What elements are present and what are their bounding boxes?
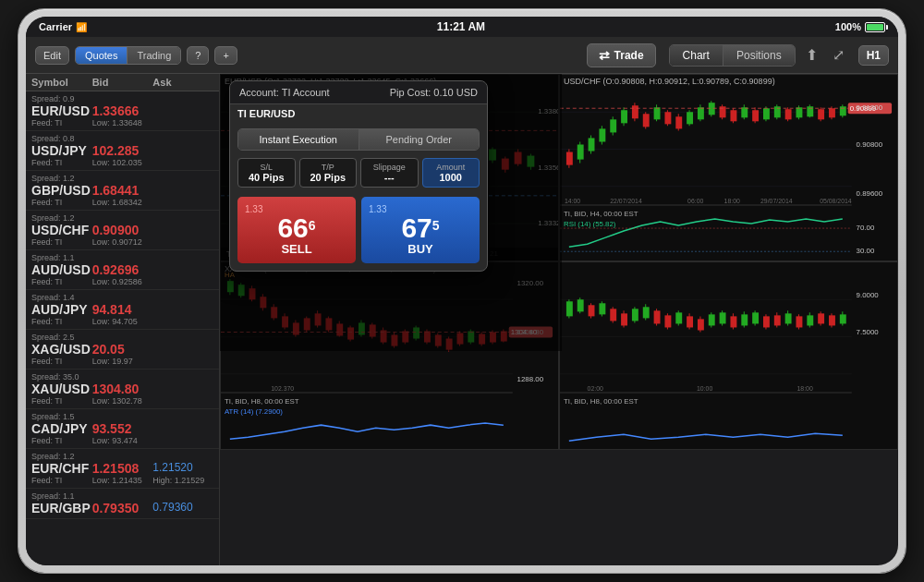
- svg-rect-185: [468, 332, 474, 343]
- low-label: Low: 1.68342: [92, 198, 153, 207]
- col-bid: Bid: [92, 77, 153, 88]
- svg-rect-161: [336, 324, 343, 336]
- list-item[interactable]: Spread: 1.2 EUR/CHF 1.21508 1.21520 Feed…: [26, 449, 219, 489]
- svg-rect-78: [632, 105, 638, 118]
- ipad-screen: Carrier 📶 11:21 AM 100% Edit Quotes Trad…: [26, 17, 898, 565]
- chart-positions-segment: Chart Positions: [669, 44, 796, 67]
- svg-rect-234: [720, 313, 726, 324]
- svg-rect-226: [675, 313, 682, 324]
- svg-rect-157: [315, 314, 322, 326]
- feed-label: Feed: TI: [31, 277, 92, 286]
- svg-rect-114: [829, 108, 835, 117]
- add-button[interactable]: +: [214, 46, 237, 65]
- svg-rect-177: [424, 332, 431, 343]
- col-ask: Ask: [152, 77, 213, 88]
- edit-button[interactable]: Edit: [35, 46, 69, 65]
- svg-text:0.91200: 0.91200: [857, 103, 883, 112]
- list-item[interactable]: Spread: 1.1 EUR/GBP 0.79350 0.79360: [26, 489, 219, 519]
- chart-title-usdchf: USD/CHF (O:0.90808, H:0.90912, L:0.90789…: [564, 77, 775, 86]
- toolbar: Edit Quotes Trading ? + ⇄ Trade Chart Po…: [26, 37, 898, 74]
- carrier-label: Carrier: [39, 21, 72, 32]
- svg-rect-214: [610, 309, 616, 321]
- feed-label: Feed: TI: [31, 198, 92, 207]
- svg-text:02:00: 02:00: [588, 385, 603, 392]
- bottom-right-chart-svg: TI, BID, H8, 00:00 EST 9.0000 7.5000 02:…: [560, 262, 897, 448]
- low-label: Low: 1.33648: [92, 118, 153, 127]
- spread-label: Spread: 1.1: [31, 253, 213, 262]
- svg-text:1.33320: 1.33320: [538, 219, 558, 227]
- timeframe-button[interactable]: H1: [858, 45, 889, 66]
- list-item[interactable]: Spread: 0.9 EUR/USD 1.33666 Feed: TI Low…: [26, 91, 219, 131]
- svg-rect-84: [664, 112, 671, 124]
- list-item[interactable]: Spread: 0.8 USD/JPY 102.285 Feed: TI Low…: [26, 131, 219, 171]
- ask-price: 1.21520: [152, 461, 213, 474]
- symbol-label: USD/JPY: [31, 143, 92, 158]
- spread-label: Spread: 1.2: [31, 174, 213, 183]
- fullscreen-button[interactable]: ⤢: [828, 44, 849, 66]
- svg-rect-149: [271, 308, 277, 319]
- instant-execution-btn[interactable]: Instant Execution: [238, 129, 359, 150]
- high-label: High: 1.21529: [152, 476, 213, 485]
- svg-rect-141: [227, 281, 234, 292]
- feed-label: Feed: TI: [31, 357, 92, 366]
- positions-tab[interactable]: Positions: [723, 45, 795, 66]
- svg-rect-248: [796, 317, 803, 328]
- list-item[interactable]: Spread: 1.2 GBP/USD 1.68441 Feed: TI Low…: [26, 171, 219, 211]
- list-item[interactable]: Spread: 1.4 AUD/JPY 94.814 Feed: TI Low:…: [26, 290, 219, 330]
- buy-button[interactable]: 1.33 67 5 BUY: [361, 197, 480, 263]
- trading-tab[interactable]: Trading: [128, 47, 180, 64]
- bid-price: 94.814: [92, 302, 153, 317]
- trade-fields: S/L 40 Pips T/P 20 Pips Slippage --- Amo…: [230, 154, 487, 191]
- list-item[interactable]: Spread: 35.0 XAU/USD 1304.80 Feed: TI Lo…: [26, 370, 219, 409]
- svg-rect-86: [675, 116, 682, 128]
- svg-rect-246: [785, 314, 792, 324]
- svg-rect-153: [293, 323, 299, 335]
- status-bar-time: 11:21 AM: [437, 20, 485, 33]
- buy-sell-buttons: 1.33 66 6 SELL 1.33 67 5 BUY: [230, 191, 487, 271]
- svg-rect-210: [589, 306, 595, 317]
- share-button[interactable]: ⬆: [801, 44, 822, 66]
- chart-tab[interactable]: Chart: [670, 45, 723, 66]
- sl-field: S/L 40 Pips: [237, 158, 296, 188]
- svg-rect-222: [654, 311, 661, 324]
- svg-rect-90: [698, 107, 704, 119]
- pip-cost-label: Pip Cost: 0.10 USD: [390, 87, 478, 98]
- svg-text:14:00: 14:00: [565, 198, 580, 204]
- pending-order-btn[interactable]: Pending Order: [359, 129, 480, 150]
- chart-usdchf: USD/CHF (O:0.90808, H:0.90912, L:0.90789…: [559, 74, 898, 261]
- svg-rect-51: [515, 152, 522, 164]
- help-button[interactable]: ?: [187, 46, 209, 65]
- slippage-field: Slippage ---: [360, 158, 419, 188]
- svg-rect-147: [260, 297, 266, 309]
- spread-label: Spread: 0.9: [31, 94, 213, 103]
- svg-rect-238: [741, 315, 748, 326]
- buy-label: BUY: [369, 242, 472, 256]
- svg-rect-102: [763, 108, 770, 119]
- list-item[interactable]: Spread: 1.5 CAD/JPY 93.552 Feed: TI Low:…: [26, 409, 219, 449]
- trade-button[interactable]: ⇄ Trade: [587, 43, 656, 67]
- xauusd-chart-svg: HA: [221, 262, 558, 448]
- sell-button[interactable]: 1.33 66 6 SELL: [237, 197, 356, 263]
- svg-text:9.0000: 9.0000: [857, 291, 880, 299]
- quotes-tab[interactable]: Quotes: [76, 47, 128, 64]
- battery-percent: 100%: [835, 21, 861, 32]
- execution-type-segment: Instant Execution Pending Order: [237, 128, 480, 151]
- list-item[interactable]: Spread: 1.1 AUD/USD 0.92696 Feed: TI Low…: [26, 250, 219, 290]
- list-item[interactable]: Spread: 1.2 USD/CHF 0.90900 Feed: TI Low…: [26, 211, 219, 250]
- status-bar-right: 100%: [835, 21, 885, 32]
- svg-text:7.5000: 7.5000: [857, 329, 880, 337]
- svg-rect-163: [347, 328, 354, 340]
- svg-rect-53: [527, 156, 534, 167]
- list-item[interactable]: Spread: 2.5 XAG/USD 20.05 Feed: TI Low: …: [26, 330, 219, 370]
- svg-rect-80: [643, 114, 650, 127]
- svg-rect-106: [785, 109, 792, 119]
- svg-text:TI, BID, H8, 00:00 EST: TI, BID, H8, 00:00 EST: [564, 397, 638, 406]
- spread-label: Spread: 1.4: [31, 293, 213, 302]
- svg-rect-100: [752, 110, 759, 121]
- spread-label: Spread: 0.8: [31, 134, 213, 143]
- svg-rect-220: [643, 308, 650, 319]
- ask-price: 0.79360: [152, 501, 213, 514]
- svg-rect-242: [763, 317, 770, 328]
- usdchf-chart-svg: 0.90899 TI, BID, H4, 00:00 EST RSI (14) …: [560, 75, 897, 261]
- svg-rect-175: [413, 328, 419, 339]
